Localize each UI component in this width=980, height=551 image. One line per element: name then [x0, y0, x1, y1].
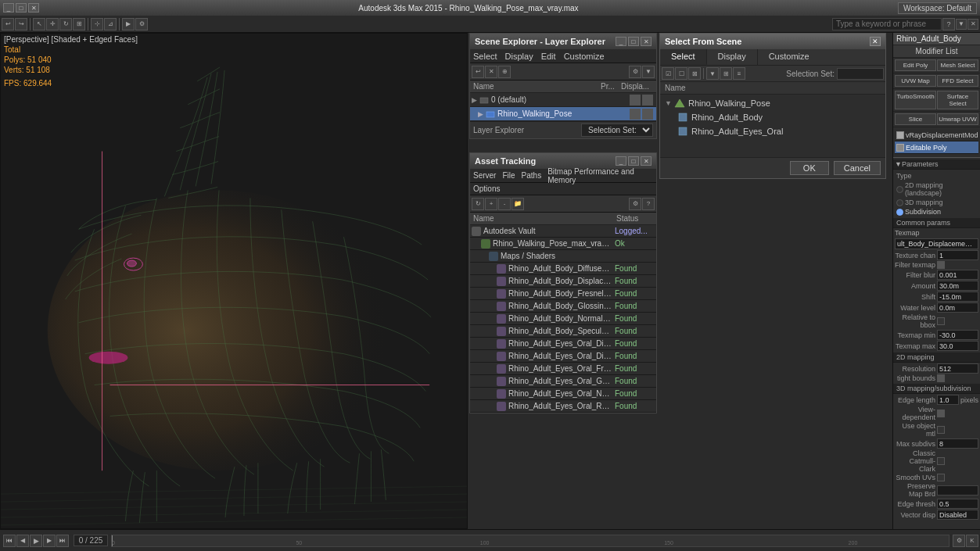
at-tool-remove[interactable]: -	[498, 198, 511, 210]
mod-item-edpoly[interactable]: Editable Poly	[895, 141, 978, 154]
rotate-btn[interactable]: ↻	[59, 18, 72, 30]
tight-bounds-cb[interactable]	[937, 374, 945, 382]
at-row-maps[interactable]: Maps / Shaders	[470, 250, 656, 263]
preserve-map-value[interactable]	[937, 485, 978, 496]
workspace-label[interactable]: Workspace: Default	[898, 2, 977, 14]
at-tool-settings[interactable]: ⚙	[629, 198, 641, 210]
mod-cb-edpoly[interactable]	[896, 144, 904, 152]
max-subdivs-value[interactable]: 8	[937, 438, 978, 449]
se-vis-1[interactable]	[630, 109, 641, 120]
sfs-tree-row-0[interactable]: ▼ Rhino_Walking_Pose	[662, 96, 884, 110]
play-last-btn[interactable]: ⏭	[56, 535, 69, 547]
type-subdiv-radio[interactable]	[896, 209, 903, 216]
uwv-map-btn[interactable]: UVW Map	[895, 75, 936, 87]
sfs-cancel-btn[interactable]: Cancel	[834, 161, 881, 175]
se-tool-2[interactable]: ✕	[485, 66, 497, 78]
texmap-max-value[interactable]: 30.0	[937, 341, 978, 351]
key-mode-btn[interactable]: K	[966, 535, 978, 547]
scale-btn[interactable]: ⊞	[73, 18, 85, 30]
params-header[interactable]: ▼ Parameters	[893, 159, 980, 170]
move-btn[interactable]: ✛	[46, 18, 59, 30]
at-menu-paths[interactable]: Paths	[522, 171, 542, 180]
at-menu-file[interactable]: File	[502, 171, 515, 180]
se-tool-3[interactable]: ⊕	[498, 66, 511, 78]
at-menu-server[interactable]: Server	[473, 171, 496, 180]
sfs-filter-btn[interactable]: ▼	[706, 67, 719, 80]
sfs-tree-row-2[interactable]: Rhino_Adult_Eyes_Oral	[662, 124, 884, 138]
at-row-vault[interactable]: Autodesk Vault Logged...	[470, 225, 656, 238]
filter-blur-value[interactable]: 0.001	[937, 270, 978, 280]
slice-btn[interactable]: Slice	[895, 113, 936, 125]
help-search-input[interactable]	[832, 18, 942, 30]
play-first-btn[interactable]: ⏮	[3, 535, 16, 547]
sfs-sort-btn[interactable]: ⊞	[720, 67, 732, 80]
turbo-smooth-btn[interactable]: TurboSmooth	[895, 91, 936, 109]
se-render-1[interactable]	[642, 109, 653, 120]
se-minimize-btn[interactable]: _	[616, 37, 626, 46]
se-selection-set[interactable]: Selection Set:	[581, 123, 653, 137]
type-subdiv-row[interactable]: Subdivision	[895, 207, 978, 216]
play-prev-btn[interactable]: ◀	[16, 535, 29, 547]
play-btn[interactable]: ▶	[30, 535, 42, 547]
use-object-mtl-cb[interactable]	[937, 426, 945, 434]
snap-btn[interactable]: ⊹	[91, 18, 103, 30]
at-row-texture-1[interactable]: Rhino_Adult_Body_Displacement.pngFound	[470, 275, 656, 288]
shift-value[interactable]: -15.0m	[937, 292, 978, 302]
edge-thresh-value[interactable]: 0.5	[937, 499, 978, 509]
at-tool-folder[interactable]: 📁	[512, 198, 524, 210]
se-menu-display[interactable]: Display	[505, 52, 533, 61]
at-row-texture-8[interactable]: Rhino_Adult_Eyes_Oral_Fresnel.pngFound	[470, 363, 656, 375]
se-render-0[interactable]	[642, 95, 653, 106]
water-level-value[interactable]: 0.0m	[937, 302, 978, 313]
redo-btn[interactable]: ↪	[15, 18, 27, 30]
surface-select-btn[interactable]: Surface Select	[937, 91, 978, 109]
se-tool-4[interactable]: ⚙	[629, 66, 641, 78]
sfs-close-btn[interactable]: ✕	[870, 37, 881, 46]
render-setup-btn[interactable]: ⚙	[135, 18, 148, 30]
close-panel-btn[interactable]: ✕	[967, 19, 978, 30]
type-2d-row[interactable]: 2D mapping (landscape)	[895, 181, 978, 198]
at-row-maxfile[interactable]: Rhino_Walking_Pose_max_vray.max Ok	[470, 238, 656, 250]
scene-explorer-controls[interactable]: _ □ ✕	[616, 37, 652, 46]
sfs-tree-row-1[interactable]: Rhino_Adult_Body	[662, 110, 884, 124]
sfs-all-btn[interactable]: ☑	[662, 67, 674, 80]
se-expand-0[interactable]: ▶	[472, 96, 479, 104]
texmap-value[interactable]: ult_Body_Displacement.png	[895, 238, 978, 249]
mod-cb-vray[interactable]	[896, 131, 904, 139]
se-tool-1[interactable]: ↩	[472, 66, 484, 78]
type-3d-radio[interactable]	[896, 199, 903, 206]
classic-catmull-cb[interactable]	[937, 457, 945, 465]
at-tool-add[interactable]: +	[485, 198, 497, 210]
sfs-list-btn[interactable]: ≡	[733, 67, 745, 80]
at-restore-btn[interactable]: □	[628, 156, 639, 166]
type-2d-radio[interactable]	[896, 186, 903, 193]
at-minimize-btn[interactable]: _	[616, 156, 626, 166]
type-3d-row[interactable]: 3D mapping	[895, 198, 978, 207]
sfs-tab-select[interactable]: Select	[660, 49, 707, 65]
at-row-texture-0[interactable]: Rhino_Adult_Body_Diffuse.pngFound	[470, 263, 656, 275]
at-menu-options[interactable]: Options	[473, 184, 500, 193]
play-next-btn[interactable]: ▶	[43, 535, 56, 547]
window-controls[interactable]: _ □ ✕	[3, 3, 39, 13]
texmap-min-value[interactable]: -30.0	[937, 330, 978, 340]
viewport-3d[interactable]: [Perspective] [Shaded + Edged Faces] Tot…	[0, 33, 468, 529]
minimize-btn[interactable]: _	[3, 3, 14, 13]
sfs-none-btn[interactable]: ☐	[675, 67, 687, 80]
at-tool-help[interactable]: ?	[642, 198, 655, 210]
sfs-invert-btn[interactable]: ⊠	[688, 67, 701, 80]
se-close-btn[interactable]: ✕	[641, 37, 652, 46]
undo-btn[interactable]: ↩	[2, 18, 14, 30]
sfs-expand-0[interactable]: ▼	[665, 99, 674, 107]
se-restore-btn[interactable]: □	[628, 37, 639, 46]
se-menu-customize[interactable]: Customize	[564, 52, 605, 61]
mesh-select-btn[interactable]: Mesh Select	[937, 59, 978, 71]
at-tool-refresh[interactable]: ↻	[472, 198, 484, 210]
at-row-texture-11[interactable]: Rhino_Adult_Eyes_Oral_Refract.pngFound	[470, 400, 656, 413]
select-btn[interactable]: ↖	[33, 18, 45, 30]
at-row-texture-9[interactable]: Rhino_Adult_Eyes_Oral_Glossiness.pngFoun…	[470, 375, 656, 388]
at-row-texture-2[interactable]: Rhino_Adult_Body_Fresnel.pngFound	[470, 288, 656, 300]
view-dependent-cb[interactable]	[937, 410, 945, 417]
close-btn[interactable]: ✕	[28, 3, 39, 13]
se-row-0[interactable]: ▶ 0 (default)	[470, 93, 656, 107]
sfs-search-input[interactable]	[837, 68, 884, 80]
